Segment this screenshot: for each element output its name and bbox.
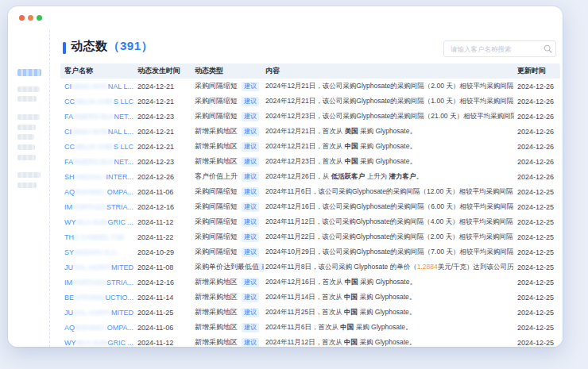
suggestion-badge: 建议: [242, 202, 259, 212]
customer-name-suffix: GRIC ...: [107, 218, 133, 226]
customer-name-link[interactable]: IMPORTADORA INDUSTRIA...: [60, 203, 133, 211]
customer-name-link[interactable]: IMPORTADORA INDUSTRIA...: [60, 279, 133, 286]
table-row[interactable]: AQROHINO SHINE COMPA...2024-11-06采购间隔缩短建…: [60, 184, 560, 199]
suggestion-badge: 建议: [242, 172, 259, 182]
content-text: 2024年12月21日，该公司采购Glyphosate的采购间隔（1.00 天）…: [265, 97, 514, 105]
table-row[interactable]: BESTRONICS PRODUCTIO...2024-11-14新增采购地区建…: [60, 290, 560, 305]
event-content: 2024年11月6日，首次从 中国 采购 Glyphosate。: [264, 323, 514, 332]
customer-name-link[interactable]: WYNCA SUNSHINE AGRIC ...: [60, 218, 133, 226]
suggestion-badge: 建议: [242, 157, 259, 167]
sidebar: [8, 30, 49, 347]
table-row[interactable]: WYNCA SUNSHINE AGRIC ...2024-11-12新增采购地区…: [60, 335, 560, 347]
table-body: CIMINO INTERNATIONAL L...2024-12-21采购间隔缩…: [60, 79, 560, 347]
customer-name-prefix: TH: [64, 233, 74, 241]
customer-name-link[interactable]: AQROHINO SHINE COMPA...: [60, 188, 133, 196]
customer-name-prefix: BE: [64, 294, 74, 302]
content-text: 中国: [340, 323, 354, 331]
table-row[interactable]: FARMERS BUSINESS NET...2024-12-23新增采购地区建…: [60, 154, 560, 169]
customer-name-link[interactable]: JUHAL AGRITEC LIMITED: [60, 263, 133, 271]
sidebar-item[interactable]: [17, 134, 34, 140]
event-type-cell: 采购间隔缩短建议: [191, 217, 264, 227]
table-row[interactable]: WYNCA SUNSHINE AGRIC ...2024-11-12采购间隔缩短…: [60, 214, 560, 229]
customer-name-link[interactable]: AQROHINO SHINE COMPA...: [60, 324, 133, 332]
event-content: 2024年12月23日，该公司采购Glyphosate的采购间隔（21.00 天…: [264, 112, 514, 121]
customer-name-blurred: MINO INTERNATIO: [72, 128, 108, 136]
customer-name-prefix: IM: [64, 203, 72, 211]
content-text: 2024年12月23日，首次从: [265, 157, 345, 165]
content-text: 低活跃客户: [331, 172, 366, 180]
close-window-icon[interactable]: [19, 15, 25, 21]
sidebar-item[interactable]: [17, 96, 37, 102]
event-date: 2024-11-14: [133, 294, 191, 302]
update-date: 2024-12-25: [514, 324, 560, 332]
customer-name-link[interactable]: BESTRONICS PRODUCTIO...: [60, 294, 133, 302]
table-row[interactable]: FARMERS BUSINESS NET...2024-12-23采购间隔缩短建…: [60, 109, 560, 124]
customer-name-prefix: WY: [64, 218, 76, 226]
update-date: 2024-12-26: [514, 143, 560, 151]
customer-name-link[interactable]: CCNELIS CHEMICALS LLC: [60, 98, 133, 106]
table-row[interactable]: IMPORTADORA INDUSTRIA...2024-12-16新增采购地区…: [60, 275, 560, 290]
event-date: 2024-11-08: [133, 263, 191, 271]
event-content: 2024年10月29日，该公司采购Glyphosate的采购间隔（7.00 天）…: [264, 248, 514, 257]
customer-name-link[interactable]: THE CANDEL F2E: [60, 233, 133, 241]
event-content: 2024年12月26日，从 低活跃客户 上升为 潜力客户。: [264, 172, 514, 182]
table-row[interactable]: JUHAL AGRITEC LIMITED2024-11-25新增采购地区建议2…: [60, 305, 560, 320]
sidebar-item[interactable]: [17, 183, 37, 188]
content-text: 中国: [345, 142, 358, 150]
search-icon[interactable]: [543, 44, 555, 53]
page-title: 动态数（391）: [71, 39, 153, 54]
customer-name-blurred: HAL AGRITEC LI: [73, 309, 111, 317]
customer-name-link[interactable]: CIMINO INTERNATIONAL L...: [60, 83, 133, 90]
customer-name-link[interactable]: FARMERS BUSINESS NET...: [60, 158, 133, 166]
search-input[interactable]: [444, 41, 543, 56]
table-row[interactable]: JUHAL AGRITEC LIMITED2024-11-08采购单价达到最低值…: [60, 259, 560, 275]
content-text: 2024年11月12日，首次从: [265, 338, 344, 346]
event-content: 2024年12月16日，首次从 中国 采购 Glyphosate。: [264, 278, 514, 287]
update-date: 2024-12-26: [514, 128, 560, 136]
sidebar-item[interactable]: [17, 144, 35, 150]
maximize-window-icon[interactable]: [37, 15, 42, 21]
customer-name-link[interactable]: SHANGHAI EVER GO INTER...: [60, 173, 133, 181]
event-type-cell: 新增采购地区建议: [191, 156, 264, 167]
table-row[interactable]: CCNELIS CHEMICALS LLC2024-12-21新增采购地区建议2…: [60, 139, 560, 154]
table-row[interactable]: CIMINO INTERNATIONAL L...2024-12-21新增采购地…: [60, 124, 560, 139]
sidebar-item[interactable]: [17, 125, 36, 130]
customer-name-link[interactable]: WYNCA SUNSHINE AGRIC ...: [60, 339, 133, 347]
event-date: 2024-12-26: [133, 173, 191, 181]
sidebar-item-active[interactable]: [17, 69, 41, 76]
customer-name-suffix: NAL L...: [108, 128, 133, 136]
sidebar-item[interactable]: [17, 172, 41, 178]
update-date: 2024-12-26: [514, 98, 560, 106]
sidebar-item[interactable]: [17, 86, 40, 92]
table-row[interactable]: SYNGENTA S.A.2024-10-29采购间隔缩短建议2024年10月2…: [60, 244, 560, 259]
content-text: 2024年11月25日，首次从: [265, 308, 344, 316]
content-text: 上升为: [365, 172, 389, 180]
customer-name-link[interactable]: JUHAL AGRITEC LIMITED: [60, 309, 133, 317]
customer-name-link[interactable]: SYNGENTA S.A.: [60, 248, 133, 256]
content-text: 中国: [345, 157, 358, 165]
table-row[interactable]: CIMINO INTERNATIONAL L...2024-12-21采购间隔缩…: [60, 79, 560, 94]
event-type-cell: 新增采购地区建议: [191, 277, 264, 287]
sidebar-item[interactable]: [17, 155, 36, 160]
customer-name-link[interactable]: FARMERS BUSINESS NET...: [60, 113, 133, 121]
update-date: 2024-12-26: [514, 113, 560, 121]
page-title-count: （391）: [108, 39, 154, 52]
update-date: 2024-12-25: [514, 339, 560, 347]
content-text: 2024年11月12日，该公司采购Glyphosate的采购间隔（4.00 天）…: [265, 217, 514, 225]
table-row[interactable]: CCNELIS CHEMICALS LLC2024-12-21采购间隔缩短建议2…: [60, 94, 560, 109]
customer-name-suffix: NET...: [114, 158, 133, 166]
event-type-label: 采购间隔缩短: [195, 111, 238, 121]
event-type-label: 新增采购地区: [195, 277, 238, 287]
minimize-window-icon[interactable]: [28, 15, 33, 21]
content-text: 采购 Glyphosate。: [358, 293, 416, 301]
table-row[interactable]: IMPORTADORA INDUSTRIA...2024-12-16采购间隔缩短…: [60, 199, 560, 214]
page-header: 动态数（391）: [50, 30, 563, 63]
customer-name-link[interactable]: CCNELIS CHEMICALS LLC: [60, 143, 133, 151]
table-row[interactable]: SHANGHAI EVER GO INTER...2024-12-26客户价值上…: [60, 169, 560, 184]
customer-name-blurred: E CANDEL F2E: [74, 233, 125, 241]
customer-name-link[interactable]: CIMINO INTERNATIONAL L...: [60, 128, 133, 136]
table-row[interactable]: THE CANDEL F2E2024-11-22采购间隔缩短建议2024年11月…: [60, 229, 560, 244]
event-type-label: 新增采购地区: [195, 337, 238, 347]
table-row[interactable]: AQROHINO SHINE COMPA...2024-11-06新增采购地区建…: [60, 320, 560, 335]
sidebar-item[interactable]: [17, 114, 40, 120]
